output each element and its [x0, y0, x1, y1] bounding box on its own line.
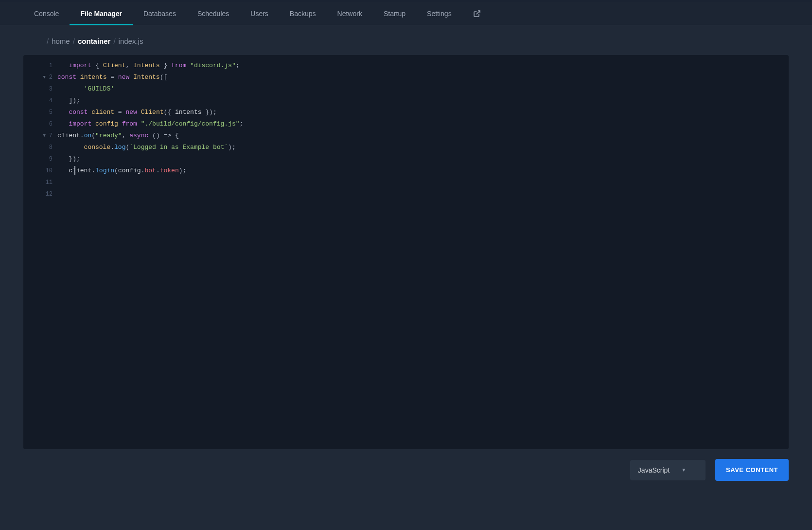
tab-databases[interactable]: Databases: [133, 2, 187, 25]
fold-marker-icon[interactable]: ▼: [43, 72, 46, 83]
line-number: 5: [23, 107, 57, 118]
content-wrapper: / home / container / index.js 12▼34567▼8…: [0, 25, 812, 493]
save-content-button[interactable]: SAVE CONTENT: [715, 459, 789, 481]
code-line[interactable]: [57, 177, 789, 188]
tab-schedules[interactable]: Schedules: [187, 2, 240, 25]
text-cursor: [74, 166, 75, 175]
tab-console[interactable]: Console: [23, 2, 70, 25]
line-number: 1: [23, 60, 57, 72]
line-number: 11: [23, 177, 57, 188]
code-line[interactable]: import { Client, Intents } from "discord…: [57, 60, 789, 72]
line-number: 9: [23, 153, 57, 165]
line-number: 3: [23, 83, 57, 95]
tab-backups[interactable]: Backups: [279, 2, 327, 25]
line-number: 6: [23, 118, 57, 130]
line-number: 2▼: [23, 72, 57, 83]
code-line[interactable]: [57, 188, 789, 200]
line-number: 8: [23, 142, 57, 153]
main-nav: Console File Manager Databases Schedules…: [0, 2, 812, 25]
breadcrumb-separator: /: [113, 37, 115, 45]
code-editor[interactable]: 12▼34567▼89101112 import { Client, Inten…: [23, 55, 789, 449]
breadcrumb-separator: /: [73, 37, 75, 45]
line-number: 7▼: [23, 130, 57, 142]
code-line[interactable]: });: [57, 153, 789, 165]
code-line[interactable]: import config from "./build/config/confi…: [57, 118, 789, 130]
tab-file-manager[interactable]: File Manager: [70, 2, 133, 25]
line-number-gutter: 12▼34567▼89101112: [23, 55, 57, 449]
editor-footer: JavaScript ▼ SAVE CONTENT: [23, 459, 789, 481]
chevron-down-icon: ▼: [681, 467, 686, 473]
code-line[interactable]: 'GUILDS': [57, 83, 789, 95]
breadcrumb: / home / container / index.js: [44, 37, 789, 45]
breadcrumb-filename: index.js: [119, 37, 143, 45]
code-line[interactable]: const client = new Client({ intents });: [57, 107, 789, 118]
line-number: 12: [23, 188, 57, 200]
language-selector[interactable]: JavaScript ▼: [630, 460, 706, 480]
svg-line-0: [476, 11, 479, 14]
breadcrumb-home[interactable]: home: [52, 37, 70, 45]
code-line[interactable]: console.log(`Logged in as Example bot`);: [57, 142, 789, 153]
line-number: 4: [23, 95, 57, 107]
breadcrumb-separator: /: [47, 37, 49, 45]
language-selected-label: JavaScript: [638, 466, 670, 474]
breadcrumb-container[interactable]: container: [78, 37, 111, 45]
code-content[interactable]: import { Client, Intents } from "discord…: [57, 55, 789, 449]
tab-startup[interactable]: Startup: [373, 2, 416, 25]
tab-settings[interactable]: Settings: [416, 2, 462, 25]
fold-marker-icon[interactable]: ▼: [43, 130, 46, 142]
external-link-icon[interactable]: [462, 10, 492, 18]
code-line[interactable]: client.login(config.bot.token);: [57, 165, 789, 177]
code-line[interactable]: ]);: [57, 95, 789, 107]
tab-users[interactable]: Users: [240, 2, 279, 25]
code-line[interactable]: const intents = new Intents([: [57, 72, 789, 83]
tab-network[interactable]: Network: [327, 2, 373, 25]
line-number: 10: [23, 165, 57, 177]
code-line[interactable]: client.on("ready", async () => {: [57, 130, 789, 142]
